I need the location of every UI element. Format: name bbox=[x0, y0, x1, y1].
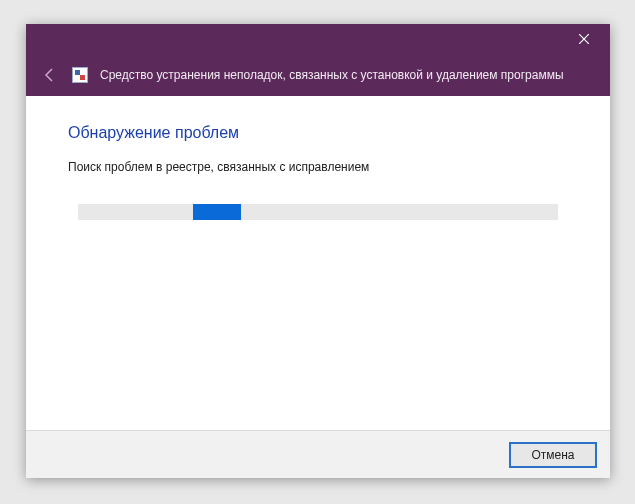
footer-bar: Отмена bbox=[26, 430, 610, 478]
window-title: Средство устранения неполадок, связанных… bbox=[100, 68, 564, 82]
arrow-left-icon bbox=[42, 67, 58, 83]
troubleshooter-window: Средство устранения неполадок, связанных… bbox=[26, 24, 610, 478]
header-bar: Средство устранения неполадок, связанных… bbox=[26, 54, 610, 96]
back-button[interactable] bbox=[40, 67, 60, 83]
status-text: Поиск проблем в реестре, связанных с исп… bbox=[68, 160, 568, 174]
content-area: Обнаружение проблем Поиск проблем в реес… bbox=[26, 96, 610, 430]
progress-indicator bbox=[193, 204, 241, 220]
close-button[interactable] bbox=[562, 25, 606, 53]
page-heading: Обнаружение проблем bbox=[68, 124, 568, 142]
cancel-button-label: Отмена bbox=[531, 448, 574, 462]
troubleshooter-icon bbox=[72, 67, 88, 83]
cancel-button[interactable]: Отмена bbox=[510, 443, 596, 467]
close-icon bbox=[579, 34, 589, 44]
progress-bar bbox=[78, 204, 558, 220]
titlebar bbox=[26, 24, 610, 54]
